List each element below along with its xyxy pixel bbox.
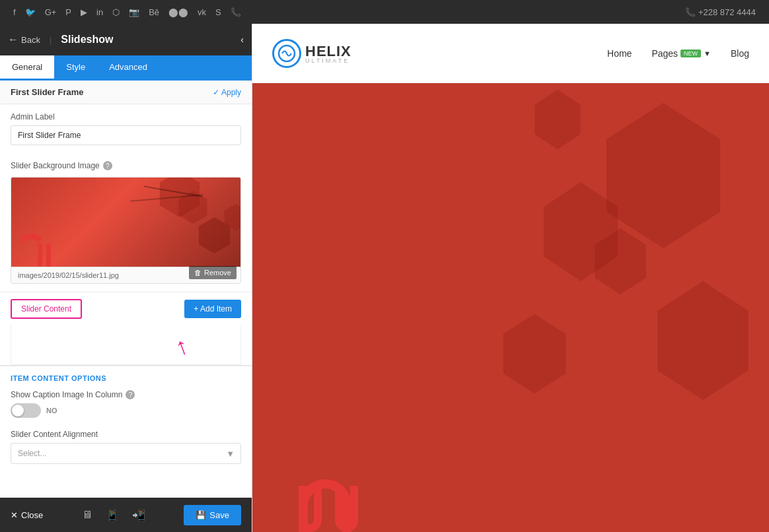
alignment-select-wrapper: Select... Left Center Right ▼ [11,443,241,464]
bg-hex-6 [498,314,571,393]
panel-header: ← Back | Slideshow ‹ [0,24,252,55]
vk-icon[interactable]: vk [198,7,206,17]
admin-label-input[interactable] [11,125,241,145]
close-button[interactable]: ✕ Close [11,510,43,520]
preview-slider [252,83,769,532]
back-arrow-icon: ← [8,34,18,46]
youtube-icon[interactable]: ▶ [81,7,87,17]
bg-image-label: Slider Background Image ? [11,161,241,170]
helix-menu: Home Pages NEW ▼ Blog [607,48,749,59]
social-bar: f 🐦 G+ P ▶ in ⬡ 📷 Bē ⬤⬤ vk S 📞 📞 +228 87… [0,0,769,24]
alignment-label: Slider Content Alignment [11,430,241,439]
helix-logo: HELIX ULTIMATE [272,39,351,68]
toggle-no-label: NO [46,407,57,415]
show-caption-label: Show Caption Image In Column ? [11,390,241,399]
tablet-icon-button[interactable]: 📱 [106,509,119,521]
help-icon-caption[interactable]: ? [126,390,135,399]
bottom-toolbar: ✕ Close 🖥 📱 📲 💾 Save [0,498,252,532]
desktop-icon-button[interactable]: 🖥 [82,509,92,521]
helix-nav: HELIX ULTIMATE Home Pages NEW ▼ Blog [252,24,769,83]
left-panel: ← Back | Slideshow ‹ General Style Advan… [0,24,252,532]
instagram-icon[interactable]: 📷 [129,7,139,17]
item-options-title: ITEM CONTENT OPTIONS [11,374,241,382]
facebook-icon[interactable]: f [13,7,16,17]
back-label: Back [21,35,40,45]
menu-blog[interactable]: Blog [731,48,749,59]
tab-style[interactable]: Style [54,55,97,81]
section-title: First Slider Frame [11,87,84,97]
item-options-section: ITEM CONTENT OPTIONS Show Caption Image … [0,365,252,472]
tab-general[interactable]: General [0,55,54,81]
toolbar-center: 🖥 📱 📲 [82,509,145,521]
alignment-select[interactable]: Select... Left Center Right [11,443,241,464]
panel-title: Slideshow [61,34,113,46]
back-button[interactable]: ← Back [8,34,40,46]
panel-content: First Slider Frame ✓ Apply Admin Label S… [0,81,252,498]
show-caption-toggle[interactable] [11,403,41,418]
google-plus-icon[interactable]: G+ [45,7,57,17]
helix-logo-icon [272,39,301,68]
separator: | [50,35,52,45]
whatsapp-icon[interactable]: 📞 [231,7,241,17]
alignment-group: Slider Content Alignment Select... Left … [11,427,241,472]
toggle-knob [12,405,24,416]
headphone-right [38,244,51,267]
remove-image-button[interactable]: 🗑 Remove [189,266,237,279]
behance-icon[interactable]: Bē [149,7,159,17]
bg-hex-4 [531,90,584,149]
help-icon[interactable]: ? [103,161,112,170]
dribbble-icon[interactable]: ⬡ [112,7,120,17]
save-icon: 💾 [196,510,206,520]
skype-icon[interactable]: S [215,7,221,17]
pages-chevron-icon: ▼ [704,50,711,57]
apply-button[interactable]: ✓ Apply [213,88,241,97]
image-preview [11,178,240,267]
pages-new-badge: NEW [680,50,701,57]
flickr-icon[interactable]: ⬤⬤ [168,7,188,17]
menu-pages[interactable]: Pages NEW ▼ [651,48,711,59]
add-item-button[interactable]: + Add Item [184,300,241,318]
pinterest-icon[interactable]: P [65,7,71,17]
preview-area: HELIX ULTIMATE Home Pages NEW ▼ Blog [252,24,769,532]
show-caption-toggle-row: NO [11,403,241,418]
phone-number: 📞 +228 872 4444 [685,7,756,17]
tabs-bar: General Style Advanced [0,55,252,81]
twitter-icon[interactable]: 🐦 [25,7,36,17]
pink-arrow-indicator: ↑ [171,331,192,362]
close-x-icon: ✕ [11,510,18,520]
slider-content-row: Slider Content + Add Item [0,292,252,325]
menu-home[interactable]: Home [607,48,632,59]
admin-label-group: Admin Label [0,104,252,153]
admin-label-title: Admin Label [11,112,241,121]
headphones-preview [285,453,365,532]
arrow-area: ↑ [11,325,241,365]
helix-logo-text: HELIX ULTIMATE [305,43,351,64]
image-preview-container[interactable]: 🗑 Remove [11,177,241,284]
section-header: First Slider Frame ✓ Apply [0,81,252,104]
slider-content-button[interactable]: Slider Content [11,299,82,319]
social-icons: f 🐦 G+ P ▶ in ⬡ 📷 Bē ⬤⬤ vk S 📞 [13,7,241,17]
collapse-button[interactable]: ‹ [240,34,244,45]
toolbar-left: ✕ Close [11,510,43,520]
tab-advanced[interactable]: Advanced [97,55,159,81]
bg-hex-3 [650,281,756,400]
linkedin-icon[interactable]: in [96,7,103,17]
mobile-icon-button[interactable]: 📲 [132,509,145,521]
save-button[interactable]: 💾 Save [184,505,241,525]
bg-image-group: Slider Background Image ? [0,153,252,177]
